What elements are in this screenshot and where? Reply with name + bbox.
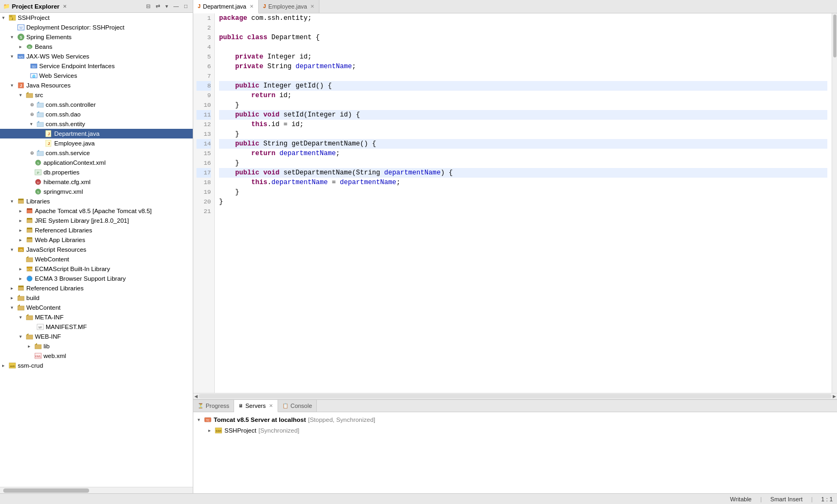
tab-console[interactable]: 📋 Console <box>278 400 317 412</box>
icon-hibernate: H <box>34 178 42 186</box>
tree-item-build[interactable]: ▸ build <box>0 293 193 303</box>
arrow-ssm-crud[interactable]: ▸ <box>2 363 9 368</box>
tree-item-pkg-controller[interactable]: ⊕ com.ssh.controller <box>0 100 193 109</box>
tree-item-web-inf[interactable]: ▾ WEB-INF <box>0 332 193 341</box>
tree-item-sshproject[interactable]: ▾ J SSHProject <box>0 13 193 23</box>
arrow-pkg-dao[interactable]: ⊕ <box>30 112 37 117</box>
arrow-pkg-service[interactable]: ⊕ <box>30 150 37 156</box>
tree-item-emp-java[interactable]: ▸ J Employee.java <box>0 138 193 148</box>
arrow-lib[interactable]: ▸ <box>28 344 34 349</box>
tab-emp[interactable]: J Employee.java ✕ <box>259 0 319 13</box>
tree-item-ssm-crud[interactable]: ▸ ssm ssm-crud <box>0 361 193 370</box>
arrow-meta-inf[interactable]: ▾ <box>19 315 26 320</box>
project-explorer-panel: 📁 Project Explorer ✕ ⊟ ⇄ ▾ — □ ▾ <box>0 0 193 493</box>
line-num-10: 10 <box>196 100 211 110</box>
arrow-ref-libs[interactable]: ▸ <box>19 228 26 233</box>
tree-item-pkg-entity[interactable]: ▾ com.ssh.entity <box>0 119 193 129</box>
expand-tomcat[interactable]: ▾ <box>198 417 204 422</box>
tree-item-db-props[interactable]: ▸ P db.properties <box>0 167 193 177</box>
tree-item-beans[interactable]: ▸ B Beans <box>0 42 193 52</box>
collapse-all-button[interactable]: ⊟ <box>144 2 152 10</box>
label-ref-libs2: Referenced Libraries <box>26 285 84 291</box>
server-item-tomcat[interactable]: ▾ TC Tomcat v8.5 Server at localhost [St… <box>195 414 835 425</box>
arrow-build[interactable]: ▸ <box>11 295 17 301</box>
tree-item-hibernate[interactable]: ▸ H hibernate.cfg.xml <box>0 177 193 187</box>
scroll-right-icon[interactable]: ▶ <box>833 394 836 399</box>
tree-item-ecma3[interactable]: ▸ 🌐 ECMA 3 Browser Support Library <box>0 274 193 283</box>
tree-item-java-resources[interactable]: ▾ J Java Resources <box>0 81 193 90</box>
arrow-jre[interactable]: ▸ <box>19 218 26 223</box>
icon-jre <box>26 217 33 224</box>
tree-item-sei[interactable]: ▸ SEI Service Endpoint Interfaces <box>0 61 193 71</box>
arrow-spring[interactable]: ▾ <box>11 34 17 40</box>
arrow-libraries[interactable]: ▾ <box>11 199 17 204</box>
tab-dept[interactable]: J Department.java ✕ <box>193 0 259 13</box>
arrow-beans[interactable]: ▸ <box>19 44 26 49</box>
tab-dept-close[interactable]: ✕ <box>250 4 254 9</box>
tree-item-ecmascript[interactable]: ▸ ECM ECMAScript Built-In Library <box>0 264 193 274</box>
tree-item-spring[interactable]: ▾ S Spring Elements <box>0 32 193 42</box>
minimize-button[interactable]: — <box>171 2 181 10</box>
arrow-tomcat[interactable]: ▸ <box>19 208 26 214</box>
code-editor[interactable]: 1 2 3 4 5 6 7 8 9 10 11 12 13 14 <box>193 13 837 393</box>
icon-java-resources: J <box>17 82 25 89</box>
icon-spring: S <box>17 33 25 41</box>
svg-text:XML: XML <box>35 355 42 358</box>
tree-item-app-context[interactable]: ▸ S applicationContext.xml <box>0 158 193 167</box>
label-webcontent: WebContent <box>35 256 69 262</box>
arrow-pkg-entity[interactable]: ▾ <box>30 121 37 127</box>
maximize-button[interactable]: □ <box>182 2 190 10</box>
tree-item-jaxws[interactable]: ▾ WS JAX-WS Web Services <box>0 52 193 61</box>
arrow-jaxws[interactable]: ▾ <box>11 54 17 59</box>
tree-item-ref-libs[interactable]: ▸ Referenced Libraries <box>0 225 193 235</box>
server-item-sshproject[interactable]: ▸ SSH SSHProject [Synchronized] <box>195 425 835 436</box>
tree-item-webservices[interactable]: ▸ 🌐 Web Services <box>0 71 193 81</box>
tree-item-meta-inf[interactable]: ▾ META-INF <box>0 312 193 322</box>
arrow-webcontent2[interactable]: ▾ <box>11 305 17 310</box>
tree-item-webapp-libs[interactable]: ▸ Web App Libraries <box>0 235 193 245</box>
svg-text:B: B <box>28 46 31 49</box>
arrow-ref-libs2[interactable]: ▸ <box>11 286 17 291</box>
tree-item-web-xml[interactable]: ▸ XML web.xml <box>0 351 193 361</box>
tree-item-jre[interactable]: ▸ JRE System Library [jre1.8.0_201] <box>0 216 193 225</box>
arrow-java-resources[interactable]: ▾ <box>11 83 17 88</box>
tree-item-libraries[interactable]: ▾ Libraries <box>0 196 193 206</box>
icon-src <box>26 91 33 99</box>
tree-item-springmvc[interactable]: ▸ S springmvc.xml <box>0 187 193 196</box>
arrow-webapp-libs[interactable]: ▸ <box>19 237 26 243</box>
line-num-9: 9 <box>196 91 211 100</box>
arrow-web-inf[interactable]: ▾ <box>19 334 26 339</box>
link-editor-button[interactable]: ⇄ <box>154 2 162 10</box>
arrow-ecma3[interactable]: ▸ <box>19 276 26 281</box>
editor-scrollbar[interactable] <box>832 13 837 393</box>
arrow-sshproject[interactable]: ▾ <box>2 15 9 20</box>
tree-item-pkg-dao[interactable]: ⊕ com.ssh.dao <box>0 109 193 119</box>
tab-emp-close[interactable]: ✕ <box>310 4 315 9</box>
view-menu-button[interactable]: ▾ <box>163 2 170 10</box>
expand-ssh-project[interactable]: ▸ <box>208 428 215 433</box>
tree-item-dept-java[interactable]: ▸ J Department.java <box>0 129 193 138</box>
tree-item-pkg-service[interactable]: ⊕ com.ssh.service <box>0 148 193 158</box>
arrow-src[interactable]: ▾ <box>19 92 26 98</box>
tree-item-src[interactable]: ▾ src <box>0 90 193 100</box>
horizontal-scrollbar[interactable] <box>0 487 193 493</box>
tree-item-ref-libs2[interactable]: ▸ Referenced Libraries <box>0 283 193 293</box>
tab-servers-close[interactable]: ✕ <box>269 403 273 408</box>
tree-item-js-resources[interactable]: ▾ JS JavaScript Resources <box>0 245 193 254</box>
tree-item-manifest[interactable]: ▸ MF MANIFEST.MF <box>0 322 193 332</box>
tree-item-webcontent2[interactable]: ▾ WebContent <box>0 303 193 312</box>
tab-servers[interactable]: 🖥 Servers ✕ <box>234 400 278 412</box>
code-content[interactable]: package com.ssh.entity; public class Dep… <box>215 13 832 393</box>
tab-progress[interactable]: ⏳ Progress <box>193 400 234 412</box>
arrow-js-resources[interactable]: ▾ <box>11 247 17 252</box>
tree-item-tomcat[interactable]: ▸ Apache Tomcat v8.5 [Apache Tomcat v8.5… <box>0 206 193 216</box>
code-horizontal-scrollbar[interactable]: ◀ ▶ <box>193 393 837 399</box>
label-db-props: db.properties <box>43 169 79 176</box>
arrow-ecmascript[interactable]: ▸ <box>19 266 26 272</box>
scroll-left-icon[interactable]: ◀ <box>194 394 198 399</box>
tree-item-lib[interactable]: ▸ lib <box>0 341 193 351</box>
line-num-12: 12 <box>196 120 211 129</box>
arrow-pkg-controller[interactable]: ⊕ <box>30 102 37 107</box>
tree-item-deploy-desc[interactable]: ▸ W Deployment Descriptor: SSHProject <box>0 23 193 32</box>
tree-item-webcontent[interactable]: ▸ WebContent <box>0 254 193 264</box>
